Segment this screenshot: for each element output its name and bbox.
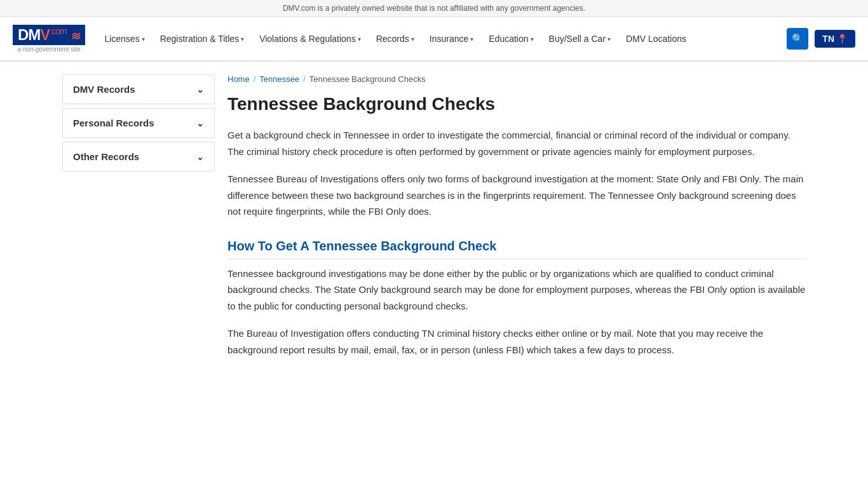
- logo-subtitle: a non-government site: [17, 46, 81, 53]
- sidebar: DMV Records ⌄ Personal Records ⌄ Other R…: [62, 74, 215, 369]
- sidebar-dmv-records-header[interactable]: DMV Records ⌄: [63, 75, 214, 104]
- intro-paragraph-1: Get a background check in Tennessee in o…: [227, 127, 806, 159]
- sidebar-personal-records-label: Personal Records: [73, 118, 154, 128]
- sidebar-item-personal-records: Personal Records ⌄: [62, 108, 215, 138]
- main-content: Home / Tennessee / Tennessee Background …: [227, 74, 806, 369]
- section-paragraph-2: The Bureau of Investigation offers condu…: [227, 325, 806, 358]
- breadcrumb-state[interactable]: Tennessee: [259, 74, 299, 84]
- search-button[interactable]: 🔍: [787, 28, 808, 50]
- chevron-down-icon: ▾: [142, 36, 145, 43]
- sidebar-personal-records-header[interactable]: Personal Records ⌄: [63, 109, 214, 137]
- banner-text: DMV.com is a privately owned website tha…: [283, 4, 585, 13]
- chevron-down-icon: ⌄: [196, 118, 204, 128]
- logo-dmv: DMV.com ≋: [18, 26, 80, 44]
- nav-violations[interactable]: Violations & Regulations ▾: [253, 29, 367, 49]
- chevron-down-icon: ⌄: [196, 85, 204, 95]
- section-paragraph-1: Tennessee background investigations may …: [227, 266, 806, 315]
- state-label: TN: [822, 34, 834, 44]
- nav-licenses[interactable]: Licenses ▾: [98, 29, 151, 49]
- chevron-down-icon: ▾: [607, 36, 611, 43]
- section-heading: How To Get A Tennessee Background Check: [227, 239, 806, 259]
- chevron-down-icon: ▾: [470, 36, 473, 43]
- top-banner: DMV.com is a privately owned website tha…: [0, 0, 868, 17]
- sidebar-dmv-records-label: DMV Records: [73, 84, 135, 95]
- breadcrumb: Home / Tennessee / Tennessee Background …: [227, 74, 806, 84]
- main-layout: DMV Records ⌄ Personal Records ⌄ Other R…: [53, 62, 815, 382]
- location-icon: 📍: [837, 34, 848, 44]
- chevron-down-icon: ⌄: [196, 152, 204, 162]
- nav-insurance[interactable]: Insurance ▾: [423, 29, 480, 49]
- chevron-down-icon: ▾: [241, 36, 244, 43]
- nav-registration[interactable]: Registration & Titles ▾: [154, 29, 251, 49]
- search-icon: 🔍: [792, 33, 804, 44]
- chevron-down-icon: ▾: [358, 36, 361, 43]
- breadcrumb-sep-2: /: [303, 74, 306, 84]
- logo[interactable]: DMV.com ≋: [13, 25, 85, 45]
- nav-records[interactable]: Records ▾: [370, 29, 421, 49]
- sidebar-other-records-header[interactable]: Other Records ⌄: [63, 142, 214, 171]
- sidebar-item-dmv-records: DMV Records ⌄: [62, 74, 215, 104]
- intro-paragraph-2: Tennessee Bureau of Investigations offer…: [227, 171, 806, 220]
- chevron-down-icon: ▾: [411, 36, 414, 43]
- header-right: 🔍 TN 📍: [787, 28, 855, 50]
- header: DMV.com ≋ a non-government site Licenses…: [0, 17, 868, 62]
- state-selector-button[interactable]: TN 📍: [815, 30, 855, 48]
- page-title: Tennessee Background Checks: [227, 94, 806, 114]
- sidebar-other-records-label: Other Records: [73, 151, 139, 162]
- chevron-down-icon: ▾: [531, 36, 534, 43]
- logo-area: DMV.com ≋ a non-government site: [13, 25, 85, 53]
- nav-dmv-locations[interactable]: DMV Locations: [620, 29, 693, 49]
- breadcrumb-sep-1: /: [254, 74, 256, 84]
- nav-buysell[interactable]: Buy/Sell a Car ▾: [543, 29, 617, 49]
- sidebar-item-other-records: Other Records ⌄: [62, 142, 215, 172]
- main-nav: Licenses ▾ Registration & Titles ▾ Viola…: [98, 29, 787, 49]
- nav-education[interactable]: Education ▾: [482, 29, 539, 49]
- breadcrumb-home[interactable]: Home: [227, 74, 250, 84]
- breadcrumb-current: Tennessee Background Checks: [309, 74, 426, 84]
